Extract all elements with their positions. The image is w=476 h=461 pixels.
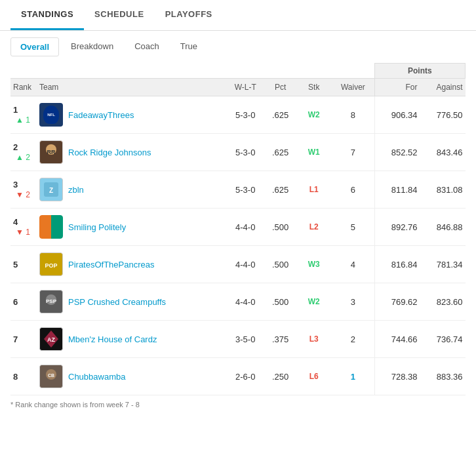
pct-cell: .250: [265, 358, 296, 395]
col-wlt: W-L-T: [226, 79, 265, 96]
svg-text:RR: RR: [47, 149, 56, 155]
team-name[interactable]: zbln: [68, 185, 84, 195]
points-against-cell: 831.08: [420, 171, 466, 209]
col-pct: Pct: [265, 79, 296, 96]
table-row: 7 AZ Mben'z House of Cardz 3-5-0 .375 L3…: [10, 321, 466, 358]
top-nav: STANDINGS SCHEDULE PLAYOFFS: [0, 0, 476, 31]
subnav-breakdown[interactable]: Breakdown: [62, 37, 123, 56]
rank-cell: 2▲ 2: [10, 134, 37, 171]
points-against-cell: 843.46: [420, 134, 466, 171]
rank-cell: 3▼ 2: [10, 171, 37, 209]
team-logo: AZ: [39, 327, 63, 351]
waiver-cell: 8: [332, 96, 374, 134]
subnav-overall[interactable]: Overall: [10, 37, 59, 56]
footnote: * Rank change shown is from week 7 - 8: [10, 395, 466, 411]
team-name[interactable]: PiratesOfThePancreas: [68, 260, 155, 270]
col-waiver: Waiver: [332, 79, 374, 96]
waiver-cell: 1: [332, 358, 374, 395]
team-name[interactable]: Chubbawamba: [68, 372, 125, 382]
nav-playoffs[interactable]: PLAYOFFS: [155, 0, 223, 30]
points-against-cell: 736.74: [420, 321, 466, 358]
wlt-cell: 4-4-0: [226, 209, 265, 246]
pct-cell: .625: [265, 96, 296, 134]
team-logo: PSP: [39, 290, 63, 313]
points-against-cell: 776.50: [420, 96, 466, 134]
team-name[interactable]: Smiling Politely: [68, 222, 126, 232]
rank-cell: 6: [10, 283, 37, 321]
waiver-cell: 5: [332, 209, 374, 246]
svg-text:POP: POP: [45, 262, 57, 269]
rank-change-down: ▼ 2: [16, 190, 30, 199]
standings-table-container: Points Rank Team W-L-T Pct Stk Waiver Fo…: [0, 63, 476, 422]
rank-cell: 1▲ 1: [10, 96, 37, 134]
team-logo: POP: [39, 252, 63, 276]
nav-schedule[interactable]: SCHEDULE: [84, 0, 155, 30]
team-logo: CB: [39, 365, 63, 388]
streak-cell: L2: [296, 209, 332, 246]
waiver-cell: 7: [332, 134, 374, 171]
points-against-cell: 883.36: [420, 358, 466, 395]
sub-nav: Overall Breakdown Coach True: [0, 31, 476, 63]
pct-cell: .375: [265, 321, 296, 358]
points-for-cell: 906.34: [374, 96, 420, 134]
rank-cell: 7: [10, 321, 37, 358]
team-cell: RR Rock Ridge Johnsons: [37, 134, 226, 171]
streak-cell: W2: [296, 96, 332, 134]
pct-cell: .500: [265, 209, 296, 246]
team-cell: AZ Mben'z House of Cardz: [37, 321, 226, 358]
wlt-cell: 4-4-0: [226, 246, 265, 283]
streak-cell: W1: [296, 134, 332, 171]
team-cell: Smiling Politely: [37, 209, 226, 246]
table-row: 3▼ 2 Z zbln 5-3-0 .625 L1 6 811.84 831.0…: [10, 171, 466, 209]
team-cell: Z zbln: [37, 171, 226, 209]
table-row: 1▲ 1 FadeawayThrees 5-3-0 .625 W2 8 906.…: [10, 96, 466, 134]
points-for-cell: 811.84: [374, 171, 420, 209]
wlt-cell: 5-3-0: [226, 96, 265, 134]
pct-cell: .500: [265, 246, 296, 283]
rank-cell: 4▼ 1: [10, 209, 37, 246]
wlt-cell: 5-3-0: [226, 171, 265, 209]
team-cell: PSP PSP Crushed Creampuffs: [37, 283, 226, 321]
team-logo: [39, 215, 63, 239]
streak-cell: W3: [296, 246, 332, 283]
points-for-cell: 892.76: [374, 209, 420, 246]
wlt-cell: 4-4-0: [226, 283, 265, 321]
points-against-cell: 781.34: [420, 246, 466, 283]
table-row: 8 CB Chubbawamba 2-6-0 .250 L6 1 728.38 …: [10, 358, 466, 395]
team-name[interactable]: FadeawayThrees: [68, 110, 134, 120]
team-name[interactable]: Mben'z House of Cardz: [68, 334, 157, 344]
col-stk: Stk: [296, 79, 332, 96]
pct-cell: .625: [265, 134, 296, 171]
team-logo: Z: [39, 178, 63, 201]
rank-change-down: ▼ 1: [16, 228, 30, 237]
streak-cell: L1: [296, 171, 332, 209]
points-for-cell: 728.38: [374, 358, 420, 395]
team-cell: FadeawayThrees: [37, 96, 226, 134]
team-cell: CB Chubbawamba: [37, 358, 226, 395]
team-name[interactable]: Rock Ridge Johnsons: [68, 148, 151, 157]
team-name[interactable]: PSP Crushed Creampuffs: [68, 297, 166, 307]
svg-text:Z: Z: [49, 187, 53, 194]
points-for-cell: 769.62: [374, 283, 420, 321]
points-for-cell: 816.84: [374, 246, 420, 283]
col-for: For: [374, 79, 420, 96]
subnav-coach[interactable]: Coach: [125, 37, 169, 56]
waiver-cell: 4: [332, 246, 374, 283]
col-rank: Rank: [10, 79, 37, 96]
waiver-cell: 2: [332, 321, 374, 358]
nav-standings[interactable]: STANDINGS: [10, 0, 84, 30]
standings-table: Points Rank Team W-L-T Pct Stk Waiver Fo…: [10, 63, 466, 395]
table-row: 2▲ 2 RR Rock Ridge Johnsons 5-3-0 .625 W…: [10, 134, 466, 171]
points-for-cell: 852.52: [374, 134, 420, 171]
svg-text:PSP: PSP: [46, 298, 57, 304]
waiver-cell: 6: [332, 171, 374, 209]
streak-cell: L3: [296, 321, 332, 358]
wlt-cell: 5-3-0: [226, 134, 265, 171]
table-row: 5 POP PiratesOfThePancreas 4-4-0 .500 W3…: [10, 246, 466, 283]
rank-change-up: ▲ 2: [16, 153, 30, 162]
subnav-true[interactable]: True: [171, 37, 207, 56]
pct-cell: .500: [265, 283, 296, 321]
col-team: Team: [37, 79, 226, 96]
rank-cell: 8: [10, 358, 37, 395]
pct-cell: .625: [265, 171, 296, 209]
